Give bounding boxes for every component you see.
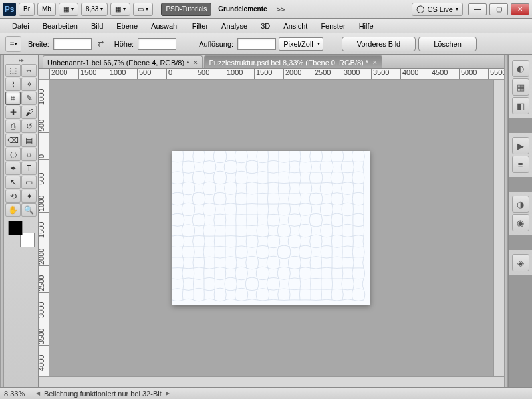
canvas-area[interactable] — [49, 80, 493, 376]
document-tab-1-label: Unbenannt-1 bei 66,7% (Ebene 4, RGB/8) * — [47, 59, 189, 66]
marquee-tool[interactable]: ⬚ — [5, 64, 21, 77]
ruler-origin[interactable] — [39, 69, 49, 80]
actions-panel-icon[interactable]: ▶ — [512, 137, 529, 154]
vertical-scrollbar[interactable] — [493, 80, 504, 376]
menu-hilfe[interactable]: Hilfe — [352, 21, 380, 31]
more-workspaces-icon[interactable]: >> — [277, 5, 285, 13]
ruler-tick: 1000 — [39, 80, 49, 106]
ruler-tick: 2000 — [49, 69, 67, 80]
ruler-tick: 1500 — [254, 69, 272, 80]
clear-button[interactable]: Löschen — [418, 37, 477, 51]
close-button[interactable]: ✕ — [511, 3, 529, 15]
cs-live-button[interactable]: ◯CS Live▾ — [412, 3, 463, 16]
view-extras-button[interactable]: ▦ — [110, 3, 130, 16]
workspace-active[interactable]: PSD-Tutorials — [161, 3, 211, 16]
swatches-panel-icon[interactable]: ▦ — [512, 78, 529, 96]
menu-auswahl[interactable]: Auswahl — [144, 21, 186, 31]
ruler-tick: 1500 — [78, 69, 96, 80]
ruler-tick: 2000 — [39, 239, 49, 266]
status-arrow-right-icon[interactable]: ▶ — [166, 390, 170, 396]
ruler-tick: 1000 — [225, 69, 243, 80]
ruler-tick: 2500 — [39, 266, 49, 293]
toolbox: ▸▸ ⬚ ↔ ⌇ ✧ ⌗ ✎ ✚ 🖌 ⎙ ↺ ⌫ ▤ ◌ ☼ ✒ T ↖ ▭ ⟲… — [4, 55, 39, 387]
zoom-tool[interactable]: 🔍 — [21, 203, 37, 217]
layers-panel-icon[interactable]: ◈ — [512, 254, 529, 271]
ruler-tick: 500 — [39, 106, 49, 133]
zoom-level-dropdown[interactable]: 8,33 — [81, 3, 108, 16]
status-zoom[interactable]: 8,33% — [4, 390, 32, 398]
blur-tool[interactable]: ◌ — [5, 148, 21, 161]
menu-filter[interactable]: Filter — [186, 21, 215, 31]
close-tab-1-icon[interactable]: ✕ — [193, 59, 198, 66]
fx-panel-icon[interactable]: ◉ — [512, 214, 529, 231]
ruler-tick: 1000 — [108, 69, 126, 80]
menu-3d[interactable]: 3D — [254, 21, 277, 31]
eyedropper-tool[interactable]: ✎ — [21, 92, 37, 105]
width-input[interactable] — [53, 38, 92, 50]
maximize-button[interactable]: ▢ — [489, 3, 508, 15]
resolution-input[interactable] — [237, 38, 276, 50]
pen-tool[interactable]: ✒ — [5, 162, 21, 175]
color-panel-icon[interactable]: ◐ — [512, 60, 529, 77]
hand-tool[interactable]: ✋ — [5, 203, 21, 217]
canvas-document[interactable] — [172, 151, 370, 305]
styles-panel-icon[interactable]: ≡ — [512, 156, 529, 173]
brush-tool[interactable]: 🖌 — [21, 106, 37, 119]
options-bar: ⌗▾ Breite: ⇄ Höhe: Auflösung: Pixel/Zoll… — [0, 33, 532, 55]
menu-analyse[interactable]: Analyse — [215, 21, 254, 31]
ruler-tick: 3000 — [39, 293, 49, 319]
puzzle-texture — [172, 151, 370, 305]
color-swatches[interactable] — [8, 221, 35, 247]
horizontal-scrollbar[interactable] — [39, 376, 504, 387]
crop-tool[interactable]: ⌗ — [5, 92, 21, 105]
foreground-color-swatch[interactable] — [8, 221, 23, 235]
ruler-tick: 4500 — [430, 69, 448, 80]
front-image-button[interactable]: Vorderes Bild — [342, 37, 416, 51]
shape-tool[interactable]: ▭ — [21, 176, 37, 189]
ruler-tick: 4000 — [400, 69, 418, 80]
swap-dimensions-icon[interactable]: ⇄ — [94, 38, 108, 50]
crop-tool-preset-icon[interactable]: ⌗▾ — [5, 36, 21, 52]
status-message: Belichtung funktioniert nur bei 32-Bit — [44, 390, 162, 398]
menu-ansicht[interactable]: Ansicht — [277, 21, 314, 31]
wand-tool[interactable]: ✧ — [21, 78, 37, 91]
move-tool[interactable]: ↔ — [21, 64, 37, 77]
height-label: Höhe: — [114, 40, 134, 48]
lasso-tool[interactable]: ⌇ — [5, 78, 21, 91]
minimize-button[interactable]: — — [468, 3, 487, 15]
gradient-tool[interactable]: ▤ — [21, 134, 37, 147]
minibridge-button[interactable]: Mb — [37, 3, 56, 16]
vertical-ruler[interactable]: 1000500050010001500200025003000350040004… — [39, 80, 49, 376]
masks-panel-icon[interactable]: ◑ — [512, 196, 529, 213]
menu-bild[interactable]: Bild — [84, 21, 110, 31]
ruler-tick: 500 — [39, 160, 49, 186]
height-input[interactable] — [138, 38, 176, 50]
history-brush-tool[interactable]: ↺ — [21, 120, 37, 133]
horizontal-ruler[interactable]: 2000150010005000500100015002000250030003… — [39, 69, 504, 80]
bridge-button[interactable]: Br — [19, 3, 35, 16]
stamp-tool[interactable]: ⎙ — [5, 120, 21, 133]
close-tab-2-icon[interactable]: ✕ — [372, 59, 378, 66]
document-tab-2[interactable]: Puzzlestruktur.psd bei 8,33% (Ebene 0, R… — [204, 55, 382, 68]
status-arrow-left-icon[interactable]: ◀ — [36, 390, 40, 396]
resolution-unit-select[interactable]: Pixel/Zoll — [279, 37, 323, 51]
menu-ebene[interactable]: Ebene — [110, 21, 144, 31]
type-tool[interactable]: T — [21, 162, 37, 175]
workspace-other[interactable]: Grundelemente — [214, 3, 271, 16]
3d-rotate-tool[interactable]: ⟲ — [5, 190, 21, 203]
dodge-tool[interactable]: ☼ — [21, 148, 37, 161]
eraser-tool[interactable]: ⌫ — [5, 134, 21, 147]
menu-fenster[interactable]: Fenster — [314, 21, 352, 31]
screen-mode-button[interactable]: ▭ — [133, 3, 153, 16]
adjustments-panel-icon[interactable]: ◧ — [512, 97, 529, 114]
menu-bearbeiten[interactable]: Bearbeiten — [36, 21, 84, 31]
menu-datei[interactable]: Datei — [5, 21, 36, 31]
arrange-documents-button[interactable]: ▦ — [59, 3, 78, 16]
path-select-tool[interactable]: ↖ — [5, 176, 21, 189]
document-tab-2-label: Puzzlestruktur.psd bei 8,33% (Ebene 0, R… — [209, 59, 368, 66]
document-tab-1[interactable]: Unbenannt-1 bei 66,7% (Ebene 4, RGB/8) *… — [43, 55, 203, 68]
toolbox-collapse-icon[interactable]: ▸▸ — [5, 57, 37, 64]
heal-tool[interactable]: ✚ — [5, 106, 21, 119]
app-icon: Ps — [3, 3, 16, 16]
3d-camera-tool[interactable]: ✦ — [21, 190, 37, 203]
